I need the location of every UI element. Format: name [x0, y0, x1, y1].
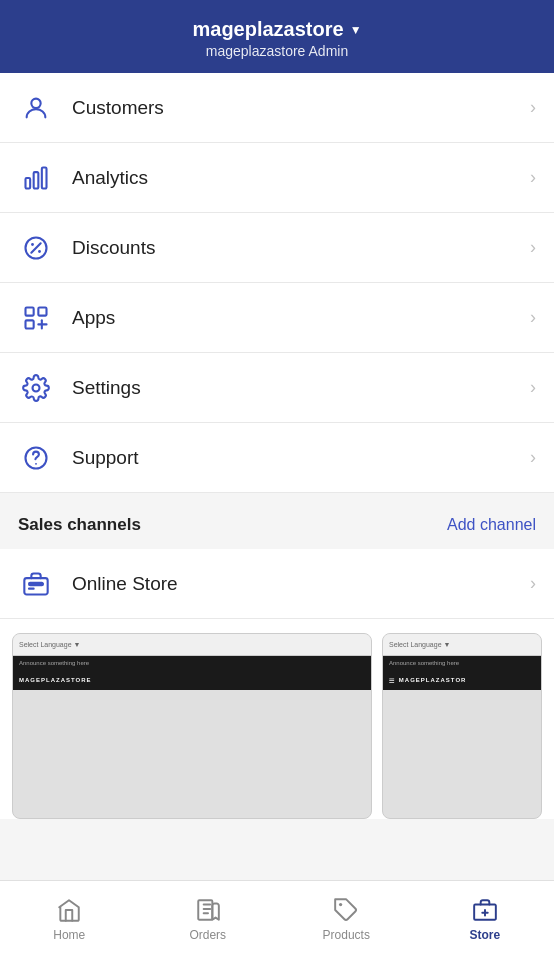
- nav-item-online-store[interactable]: Online Store ›: [0, 549, 554, 619]
- store-name: mageplazastore: [192, 18, 343, 41]
- preview-mobile: Select Language ▼ Announce something her…: [382, 633, 542, 819]
- chevron-right-icon: ›: [530, 377, 536, 398]
- section-title: Sales channels: [18, 515, 141, 535]
- store-dropdown-icon[interactable]: ▼: [350, 23, 362, 37]
- chevron-right-icon: ›: [530, 307, 536, 328]
- svg-point-15: [35, 462, 37, 464]
- nav-item-support[interactable]: Support ›: [0, 423, 554, 493]
- svg-rect-16: [24, 578, 47, 594]
- chevron-right-icon: ›: [530, 237, 536, 258]
- chevron-right-icon: ›: [530, 167, 536, 188]
- preview-desktop: Select Language ▼ Announce something her…: [12, 633, 372, 819]
- bar-chart-icon: [18, 160, 54, 196]
- gear-icon: [18, 370, 54, 406]
- chevron-right-icon: ›: [530, 447, 536, 468]
- nav-item-discounts[interactable]: Discounts ›: [0, 213, 554, 283]
- nav-item-analytics[interactable]: Analytics ›: [0, 143, 554, 213]
- question-circle-icon: [18, 440, 54, 476]
- tab-orders[interactable]: Orders: [139, 896, 278, 946]
- tab-bar: Home Orders Products Store: [0, 880, 554, 960]
- announce-bar-2: Announce something here: [389, 660, 459, 666]
- hamburger-icon: ≡: [389, 675, 395, 686]
- svg-rect-8: [26, 307, 34, 315]
- nav-item-settings[interactable]: Settings ›: [0, 353, 554, 423]
- thumb-store-name-2: MAGEPLAZASTOR: [399, 677, 467, 683]
- thumb-top-bar-1: Select Language ▼: [13, 634, 371, 656]
- orders-icon: [194, 896, 222, 924]
- svg-rect-10: [26, 320, 34, 328]
- discount-icon: [18, 230, 54, 266]
- nav-label-online-store: Online Store: [72, 573, 530, 595]
- nav-label-discounts: Discounts: [72, 237, 530, 259]
- chevron-right-icon: ›: [530, 573, 536, 594]
- header-title: mageplazastore ▼: [0, 18, 554, 41]
- nav-label-settings: Settings: [72, 377, 530, 399]
- products-icon: [332, 896, 360, 924]
- nav-label-apps: Apps: [72, 307, 530, 329]
- thumb-nav-2: ≡ MAGEPLAZASTOR: [383, 670, 541, 690]
- online-store-icon: [18, 566, 54, 602]
- nav-item-apps[interactable]: Apps ›: [0, 283, 554, 353]
- add-channel-button[interactable]: Add channel: [447, 516, 536, 534]
- thumb-nav-1: MAGEPLAZASTORE: [13, 670, 371, 690]
- select-language-label-2: Select Language ▼: [389, 641, 450, 648]
- header: mageplazastore ▼ mageplazastore Admin: [0, 0, 554, 73]
- store-tab-icon: [471, 896, 499, 924]
- svg-rect-9: [38, 307, 46, 315]
- svg-point-6: [38, 250, 41, 253]
- header-subtitle: mageplazastore Admin: [0, 43, 554, 59]
- svg-rect-19: [198, 900, 212, 920]
- sales-channels-section: Sales channels Add channel: [0, 493, 554, 549]
- svg-rect-3: [42, 167, 47, 188]
- svg-point-13: [33, 384, 40, 391]
- svg-rect-17: [29, 582, 43, 584]
- svg-point-0: [31, 98, 40, 107]
- thumb-store-name-1: MAGEPLAZASTORE: [19, 677, 92, 683]
- home-icon: [55, 896, 83, 924]
- tab-label-orders: Orders: [189, 928, 226, 942]
- chevron-right-icon: ›: [530, 97, 536, 118]
- person-icon: [18, 90, 54, 126]
- tab-home[interactable]: Home: [0, 896, 139, 946]
- announce-bar-1: Announce something here: [19, 660, 89, 666]
- nav-label-analytics: Analytics: [72, 167, 530, 189]
- apps-icon: [18, 300, 54, 336]
- svg-rect-2: [34, 172, 39, 188]
- svg-point-5: [31, 243, 34, 246]
- tab-label-home: Home: [53, 928, 85, 942]
- tab-label-store: Store: [469, 928, 500, 942]
- tab-products[interactable]: Products: [277, 896, 416, 946]
- tab-label-products: Products: [323, 928, 370, 942]
- nav-item-customers[interactable]: Customers ›: [0, 73, 554, 143]
- select-language-label-1: Select Language ▼: [19, 641, 80, 648]
- tab-store[interactable]: Store: [416, 896, 555, 946]
- thumb-top-bar-2: Select Language ▼: [383, 634, 541, 656]
- nav-label-customers: Customers: [72, 97, 530, 119]
- nav-menu: Customers › Analytics › Discounts ›: [0, 73, 554, 493]
- svg-point-20: [339, 902, 342, 905]
- svg-rect-1: [26, 178, 31, 189]
- nav-label-support: Support: [72, 447, 530, 469]
- store-preview: Select Language ▼ Announce something her…: [0, 619, 554, 819]
